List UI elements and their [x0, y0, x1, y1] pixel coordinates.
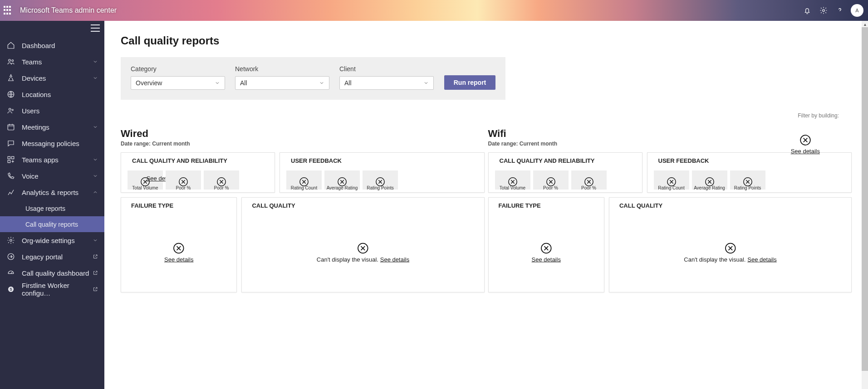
stat-average-rating: Average Rating	[324, 170, 360, 190]
wired-call-quality-tile: CALL QUALITY Can't display the visual. S…	[241, 197, 484, 292]
firstline-icon: S	[6, 285, 15, 294]
account-avatar[interactable]: A	[851, 4, 863, 17]
category-dropdown[interactable]: Overview	[131, 76, 225, 90]
wired-cqr-tile: CALL QUALITY AND RELIABILITY Total Volum…	[121, 152, 275, 193]
collapse-nav-icon[interactable]	[91, 24, 100, 32]
external-link-icon	[93, 254, 98, 259]
nav-devices[interactable]: Devices	[0, 70, 104, 86]
home-icon	[6, 41, 15, 50]
client-dropdown[interactable]: All	[339, 76, 434, 90]
chat-icon	[6, 139, 15, 148]
stat-poor-pct: Poor %	[166, 170, 201, 190]
error-icon	[357, 242, 369, 254]
scroll-thumb[interactable]	[862, 27, 868, 371]
network-dropdown[interactable]: All	[235, 76, 329, 90]
nav-call-quality-dashboard[interactable]: Call quality dashboard	[0, 265, 104, 281]
nav-label: Teams apps	[22, 156, 93, 164]
stat-rating-points: Rating Points	[730, 170, 765, 190]
tile-title: FAILURE TYPE	[489, 198, 604, 213]
nav-users[interactable]: Users	[0, 102, 104, 119]
svg-point-1	[9, 59, 11, 62]
nav-label: Org-wide settings	[22, 237, 93, 244]
settings-icon[interactable]	[816, 3, 831, 18]
error-icon	[173, 242, 185, 254]
nav-org-wide-settings[interactable]: Org-wide settings	[0, 232, 104, 248]
app-title: Microsoft Teams admin center	[20, 6, 117, 15]
external-link-icon	[93, 270, 98, 276]
vertical-scrollbar[interactable]: ▴	[862, 21, 868, 389]
error-icon	[724, 242, 736, 254]
help-icon[interactable]	[833, 3, 847, 18]
client-value: All	[344, 79, 423, 87]
dashboard-icon	[6, 268, 15, 277]
nav-locations[interactable]: Locations	[0, 86, 104, 102]
nav-firstline-worker[interactable]: S Firstline Worker configu…	[0, 281, 104, 297]
cant-display-text: Can't display the visual.	[684, 256, 745, 263]
nav-legacy-portal[interactable]: Legacy portal	[0, 248, 104, 265]
nav-teams[interactable]: Teams	[0, 53, 104, 70]
wifi-call-quality-tile: CALL QUALITY Can't display the visual. S…	[609, 197, 852, 292]
stat-rating-count: Rating Count	[286, 170, 322, 190]
wifi-uf-tile: USER FEEDBACK Rating Count Average Ratin…	[647, 152, 852, 193]
wired-failure-type-tile: FAILURE TYPE See details	[121, 197, 237, 292]
stat-average-rating: Average Rating	[692, 170, 727, 190]
chevron-down-icon	[93, 59, 98, 64]
nav-label: Voice	[22, 172, 93, 180]
nav-label: Devices	[22, 74, 93, 82]
category-label: Category	[131, 65, 225, 73]
app-launcher-icon[interactable]	[4, 6, 13, 15]
chevron-down-icon	[93, 238, 98, 243]
cant-display-text: Can't display the visual.	[317, 256, 378, 263]
nav-label: Call quality dashboard	[22, 269, 90, 277]
tile-title: CALL QUALITY AND RELIABILITY	[121, 153, 275, 168]
users-icon	[6, 106, 15, 115]
nav-meetings[interactable]: Meetings	[0, 119, 104, 135]
scroll-up-icon[interactable]: ▴	[862, 21, 868, 27]
nav-usage-reports[interactable]: Usage reports	[0, 200, 104, 216]
main-content: ▴ Call quality reports Category Overview…	[104, 21, 868, 389]
phone-icon	[6, 171, 15, 180]
see-details-link[interactable]: See details	[791, 148, 820, 155]
run-report-button[interactable]: Run report	[444, 75, 495, 90]
client-label: Client	[339, 65, 434, 73]
nav-teams-apps[interactable]: Teams apps	[0, 151, 104, 168]
nav-label: Users	[22, 107, 98, 115]
nav-label: Firstline Worker configu…	[22, 282, 90, 297]
network-value: All	[240, 79, 319, 87]
wifi-failure-type-tile: FAILURE TYPE See details	[488, 197, 604, 292]
nav-messaging-policies[interactable]: Messaging policies	[0, 135, 104, 151]
error-icon	[540, 242, 552, 254]
see-details-link[interactable]: See details	[747, 256, 776, 263]
svg-point-2	[12, 60, 14, 62]
notifications-icon[interactable]	[800, 3, 814, 18]
tile-title: CALL QUALITY	[609, 198, 851, 213]
nav-dashboard[interactable]: Dashboard	[0, 37, 104, 53]
stat-total-volume: Total VolumeSee details	[128, 170, 163, 190]
nav-voice[interactable]: Voice	[0, 168, 104, 184]
nav-analytics-reports[interactable]: Analytics & reports	[0, 184, 104, 200]
tile-title: USER FEEDBACK	[280, 153, 484, 168]
teams-icon	[6, 57, 15, 66]
tile-title: USER FEEDBACK	[647, 153, 852, 168]
see-details-link[interactable]: See details	[380, 256, 409, 263]
see-details-link[interactable]: See details	[532, 256, 561, 263]
report-error-overlay: See details	[791, 134, 820, 155]
tile-title: CALL QUALITY	[242, 198, 484, 213]
nav-label: Legacy portal	[22, 253, 90, 261]
network-label: Network	[235, 65, 329, 73]
wired-uf-tile: USER FEEDBACK Rating Count Average Ratin…	[280, 152, 485, 193]
chevron-down-icon	[93, 75, 98, 81]
stat-rating-count: Rating Count	[654, 170, 689, 190]
svg-point-10	[10, 239, 12, 242]
svg-rect-6	[8, 125, 14, 130]
legacy-icon	[6, 252, 15, 261]
wired-column: Wired Date range: Current month CALL QUA…	[121, 128, 485, 292]
nav-call-quality-reports[interactable]: Call quality reports	[0, 216, 104, 232]
left-nav: Dashboard Teams Devices Locations Users	[0, 21, 104, 389]
page-title: Call quality reports	[121, 21, 868, 57]
nav-label: Meetings	[22, 123, 93, 131]
svg-point-4	[9, 108, 11, 111]
see-details-link[interactable]: See details	[164, 256, 193, 263]
svg-rect-9	[8, 160, 10, 163]
nav-label: Analytics & reports	[22, 189, 93, 196]
